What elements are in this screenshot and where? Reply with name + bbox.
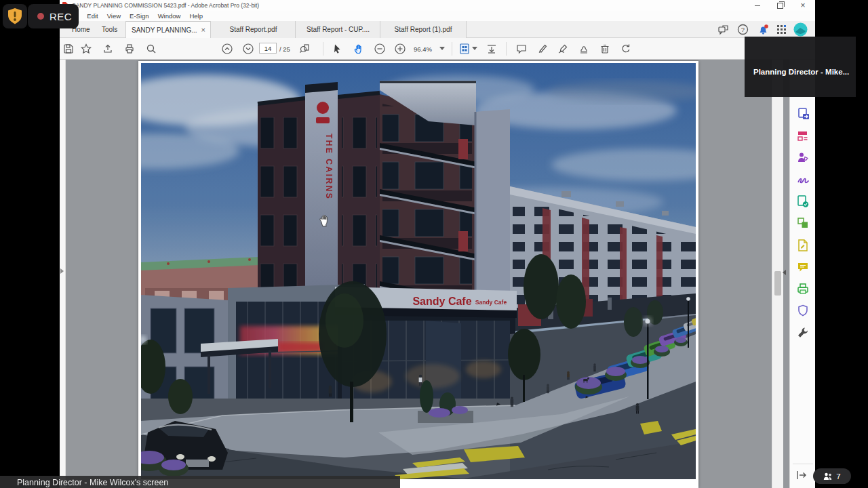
- zoom-dropdown-caret-icon[interactable]: [439, 47, 452, 59]
- shield-icon: [7, 7, 23, 25]
- page-number-input[interactable]: [259, 43, 277, 54]
- delete-icon[interactable]: [599, 43, 611, 55]
- share-upload-icon[interactable]: [102, 43, 114, 55]
- recording-indicator: REC: [28, 4, 79, 28]
- menu-view[interactable]: View: [107, 12, 121, 20]
- more-tools-icon[interactable]: [796, 326, 810, 340]
- zoom-in-icon[interactable]: [394, 43, 406, 55]
- tab-close-icon[interactable]: ×: [201, 22, 205, 39]
- notifications-bell-icon[interactable]: [757, 24, 769, 35]
- recording-dot-icon: [37, 13, 44, 20]
- comment-icon[interactable]: [515, 43, 528, 55]
- tab-tools[interactable]: Tools: [95, 21, 124, 38]
- stamp-icon[interactable]: [578, 43, 590, 55]
- comment-tool-icon[interactable]: [796, 260, 810, 274]
- search-icon[interactable]: [145, 43, 157, 55]
- fill-and-sign-icon[interactable]: [796, 173, 810, 186]
- recording-label: REC: [50, 11, 72, 22]
- save-icon[interactable]: [62, 43, 75, 55]
- send-for-comments-icon[interactable]: [796, 150, 810, 164]
- star-icon[interactable]: [80, 43, 92, 55]
- scan-ocr-icon[interactable]: [796, 282, 810, 296]
- fill-sign-icon[interactable]: [557, 43, 569, 55]
- menu-esign[interactable]: E-Sign: [130, 12, 149, 20]
- acrobat-window: SANDY PLANNING COMMISSION 5423.pdf - Ado…: [60, 0, 815, 488]
- protect-pdf-icon[interactable]: [796, 304, 810, 317]
- menu-window[interactable]: Window: [158, 12, 181, 20]
- previous-page-icon[interactable]: [221, 43, 233, 55]
- participant-count-badge[interactable]: 7: [813, 468, 851, 484]
- account-avatar[interactable]: [793, 22, 805, 34]
- close-button[interactable]: ×: [793, 0, 813, 11]
- tools-panel: [789, 60, 815, 488]
- redo-icon[interactable]: [620, 43, 632, 55]
- tab-doc-staff-report-cup[interactable]: Staff Report - CUP....: [295, 21, 380, 38]
- export-pdf-icon[interactable]: [796, 107, 810, 121]
- feedback-icon[interactable]: [717, 24, 729, 35]
- menu-help[interactable]: Help: [189, 12, 203, 20]
- expand-panel-icon[interactable]: [796, 470, 810, 484]
- next-page-icon[interactable]: [242, 43, 254, 55]
- combine-files-icon[interactable]: [796, 216, 810, 230]
- apps-grid-icon[interactable]: [776, 24, 787, 35]
- select-tool-icon[interactable]: [331, 43, 343, 55]
- page-zoom-tool-icon[interactable]: [298, 43, 311, 55]
- nav-pane-expand-icon[interactable]: [60, 268, 64, 274]
- help-icon[interactable]: ?: [737, 24, 749, 35]
- minimize-icon: [755, 5, 760, 6]
- title-bar: SANDY PLANNING COMMISSION 5423.pdf - Ado…: [60, 0, 815, 11]
- scrollbar-thumb[interactable]: [774, 271, 781, 296]
- tools-pane-collapse-icon[interactable]: [783, 270, 786, 275]
- print-icon[interactable]: [123, 43, 136, 55]
- page-display-caret-icon[interactable]: [472, 47, 484, 59]
- menu-bar: File Edit View E-Sign Window Help: [60, 11, 815, 21]
- edit-pdf-icon[interactable]: [796, 239, 810, 252]
- nav-pane-strip[interactable]: [60, 60, 66, 488]
- fit-width-icon[interactable]: [486, 43, 498, 55]
- screen-share-label: Planning Director - Mike Wilcox's screen: [17, 478, 168, 487]
- security-shield-badge: [3, 4, 27, 28]
- dusk-tint: [141, 63, 696, 479]
- screen-share-banner: Planning Director - Mike Wilcox's screen: [0, 476, 400, 488]
- participant-count: 7: [836, 472, 840, 481]
- highlight-icon[interactable]: [536, 43, 549, 55]
- vertical-scrollbar[interactable]: [772, 60, 783, 488]
- participants-icon: [823, 472, 833, 481]
- page-total-label: / 25: [279, 45, 290, 53]
- tab-doc-staff-report[interactable]: Staff Report.pdf: [210, 21, 296, 38]
- request-signatures-icon[interactable]: [796, 195, 810, 208]
- hand-tool-icon[interactable]: [353, 43, 365, 55]
- document-area: THE CAIRNS: [60, 60, 815, 488]
- zoom-out-icon[interactable]: [374, 43, 386, 55]
- create-pdf-icon[interactable]: [796, 129, 810, 142]
- restore-icon: [777, 3, 783, 9]
- tab-bar: Home Tools SANDY PLANNING...× Staff Repo…: [60, 21, 815, 38]
- zoom-level-label[interactable]: 96.4%: [414, 45, 432, 53]
- pdf-page-rendering: THE CAIRNS: [141, 63, 696, 479]
- tab-doc-staff-report-1[interactable]: Staff Report (1).pdf: [380, 21, 467, 38]
- main-toolbar: / 25 96.4%: [60, 38, 815, 60]
- restore-button[interactable]: [770, 0, 790, 11]
- tab-doc-sandy-planning[interactable]: SANDY PLANNING...×: [125, 21, 211, 39]
- window-title: SANDY PLANNING COMMISSION 5423.pdf - Ado…: [72, 2, 259, 9]
- minimize-button[interactable]: [747, 0, 768, 11]
- page-display-mode-icon[interactable]: [458, 43, 471, 55]
- pdf-page[interactable]: THE CAIRNS: [138, 61, 698, 488]
- presenter-name: Planning Director - Mike...: [753, 68, 849, 76]
- presenter-name-popup: Planning Director - Mike...: [745, 37, 856, 97]
- menu-edit[interactable]: Edit: [87, 12, 98, 20]
- close-icon: ×: [800, 2, 805, 9]
- svg-text:?: ?: [741, 26, 745, 33]
